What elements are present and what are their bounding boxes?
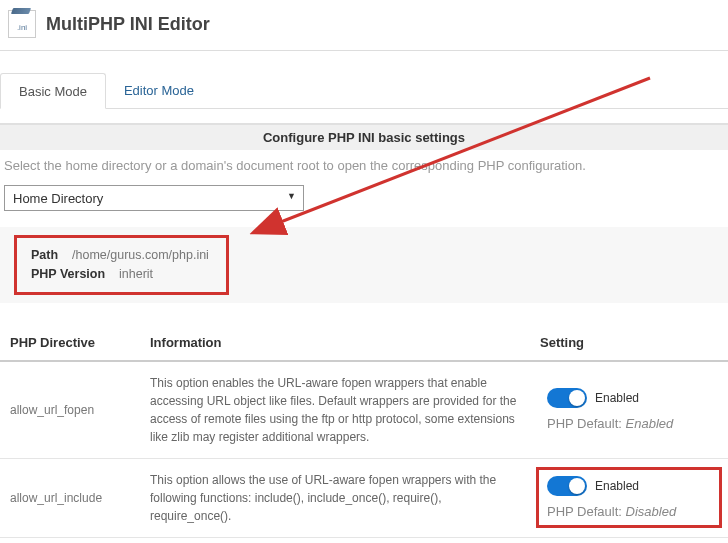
table-row: asp_tagsEnables the use of ASP-like <% %… bbox=[0, 537, 728, 543]
php-default-value: Disabled bbox=[626, 504, 677, 519]
icon-label: .ini bbox=[17, 23, 27, 32]
mode-tabs: Basic Mode Editor Mode bbox=[0, 73, 728, 109]
php-version-label: PHP Version bbox=[31, 267, 105, 281]
section-title: Configure PHP INI basic settings bbox=[0, 123, 728, 150]
page-title: MultiPHP INI Editor bbox=[46, 14, 210, 35]
setting-highlight-box: EnabledPHP Default: Disabled bbox=[536, 467, 722, 528]
path-value: /home/gurus.com/php.ini bbox=[72, 248, 209, 262]
directives-table: PHP Directive Information Setting allow_… bbox=[0, 327, 728, 544]
toggle-label: Enabled bbox=[595, 391, 639, 405]
ini-file-icon: .ini bbox=[8, 10, 36, 38]
directive-info: Enables the use of ASP-like <% %> tags i… bbox=[140, 537, 530, 543]
directive-name: asp_tags bbox=[0, 537, 140, 543]
php-version-value: inherit bbox=[119, 267, 153, 281]
path-info-box: Path /home/gurus.com/php.ini PHP Version… bbox=[14, 235, 229, 295]
page-header: .ini MultiPHP INI Editor bbox=[0, 0, 728, 51]
toggle-switch[interactable] bbox=[547, 388, 587, 408]
directive-info: This option allows the use of URL-aware … bbox=[140, 458, 530, 537]
php-default-prefix: PHP Default: bbox=[547, 504, 626, 519]
directive-name: allow_url_include bbox=[0, 458, 140, 537]
table-row: allow_url_includeThis option allows the … bbox=[0, 458, 728, 537]
directive-setting: EnabledPHP Default: Enabled bbox=[530, 361, 728, 459]
instruction-text: Select the home directory or a domain's … bbox=[0, 150, 728, 185]
directive-info: This option enables the URL-aware fopen … bbox=[140, 361, 530, 459]
php-default-prefix: PHP Default: bbox=[547, 416, 626, 431]
toggle-switch[interactable] bbox=[547, 476, 587, 496]
path-label: Path bbox=[31, 248, 58, 262]
directive-setting: EnabledPHP Default: Disabled bbox=[530, 458, 728, 537]
directive-name: allow_url_fopen bbox=[0, 361, 140, 459]
tab-basic-mode[interactable]: Basic Mode bbox=[0, 73, 106, 109]
col-setting: Setting bbox=[530, 327, 728, 361]
toggle-knob bbox=[569, 390, 585, 406]
php-default-value: Enabled bbox=[626, 416, 674, 431]
toggle-knob bbox=[569, 478, 585, 494]
directive-setting: DisabledPHP Default: Disabled bbox=[530, 537, 728, 543]
col-information: Information bbox=[140, 327, 530, 361]
location-select[interactable]: Home Directory bbox=[4, 185, 304, 211]
toggle-label: Enabled bbox=[595, 479, 639, 493]
table-row: allow_url_fopenThis option enables the U… bbox=[0, 361, 728, 459]
php-default-line: PHP Default: Disabled bbox=[547, 504, 709, 519]
php-default-line: PHP Default: Enabled bbox=[547, 416, 709, 431]
tab-editor-mode[interactable]: Editor Mode bbox=[106, 73, 212, 108]
col-directive: PHP Directive bbox=[0, 327, 140, 361]
setting-highlight-box: EnabledPHP Default: Enabled bbox=[536, 379, 722, 440]
